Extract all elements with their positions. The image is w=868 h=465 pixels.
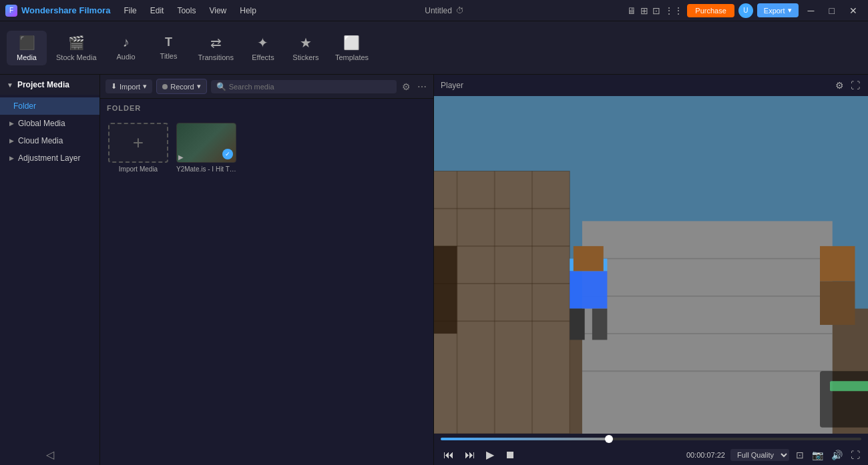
menu-view[interactable]: View [204,5,232,17]
forward-button[interactable]: ⏭ [462,448,478,462]
effects-icon: ✦ [257,35,268,51]
title-center: Untitled ⏱ [425,6,464,15]
folder-label: Folder [13,101,36,111]
media-grid: + Import Media ▶ ✓ Y2Mate.is - I Hit Thi… [100,117,433,178]
video-clip-item[interactable]: ▶ ✓ Y2Mate.is - I Hit This C... [176,123,236,173]
player-fullscreen-icon[interactable]: ⛶ [849,79,861,92]
search-box[interactable]: 🔍 [211,80,397,93]
global-media-arrow: ▶ [9,120,14,127]
media-icon: ⬛ [19,35,35,51]
time-display: 00:00:07:22 [686,451,725,459]
toolbar-templates[interactable]: ⬜ Templates [329,31,375,65]
export-button[interactable]: Export ▾ [757,3,799,17]
titles-icon: T [165,35,172,49]
pip-button[interactable]: ⊡ [795,448,805,462]
sidebar-item-adjustment-layer[interactable]: ▶ Adjustment Layer [0,149,99,167]
svg-rect-22 [592,309,607,340]
toolbar-audio[interactable]: ♪ Audio [106,31,146,65]
toolbar-effects[interactable]: ✦ Effects [243,31,283,65]
record-label: Record [170,83,194,91]
titlebar-left: F Wondershare Filmora File Edit Tools Vi… [5,5,262,17]
screenshot-button[interactable]: 📷 [811,448,825,462]
record-button[interactable]: Record ▾ [156,79,206,94]
svg-rect-14 [582,221,833,434]
rewind-button[interactable]: ⏮ [441,448,457,462]
search-input[interactable] [229,83,391,91]
export-label: Export [764,7,785,15]
media-toolbar: ⬇ Import ▾ Record ▾ 🔍 ⚙ ⋯ [100,75,433,99]
project-media-label: Project Media [17,80,69,89]
import-media-item[interactable]: + Import Media [108,123,168,173]
video-thumbnail-icon: ▶ [178,153,184,161]
app-logo: F Wondershare Filmora [5,5,110,17]
folder-header-label: FOLDER [107,104,141,112]
sidebar-item-global-media[interactable]: ▶ Global Media [0,115,99,132]
project-title: Untitled [425,6,452,15]
titles-label: Titles [160,52,178,60]
svg-rect-20 [570,271,607,308]
player-title: Player [441,81,463,90]
adjustment-layer-arrow: ▶ [9,155,14,161]
global-media-label: Global Media [18,119,65,128]
title-bar: F Wondershare Filmora File Edit Tools Vi… [0,0,868,21]
user-avatar[interactable]: U [738,3,753,18]
toolbar-stock-media[interactable]: 🎬 Stock Media [49,31,103,65]
menu-file[interactable]: File [118,5,142,17]
player-scrubber[interactable] [441,438,861,440]
toolbar-stickers[interactable]: ★ Stickers [286,31,326,65]
volume-button[interactable]: 🔊 [830,448,844,462]
close-button[interactable]: ✕ [844,4,863,17]
quality-select[interactable]: Full Quality 1/2 Quality 1/4 Quality [730,449,789,461]
menu-edit[interactable]: Edit [145,5,170,17]
menu-help[interactable]: Help [234,5,262,17]
grid-icon[interactable]: ⊞ [640,5,648,16]
share-icon[interactable]: ⊡ [652,5,660,16]
collapse-panel-button[interactable]: ◁ [0,444,99,465]
screenshot-icon[interactable]: 🖥 [627,5,636,16]
crop-button[interactable]: ⛶ [849,448,861,462]
more-options-button[interactable]: ⋯ [416,80,428,93]
cloud-media-label: Cloud Media [18,136,63,145]
minimize-button[interactable]: ─ [803,4,820,17]
project-expand-arrow: ▼ [7,81,13,89]
import-icon: ⬇ [111,82,117,91]
stop-button[interactable]: ⏹ [502,448,518,462]
svg-rect-13 [434,246,457,334]
cloud-media-arrow: ▶ [9,137,14,144]
player-panel: Player ⚙ ⛶ [434,75,868,465]
import-button[interactable]: ⬇ Import ▾ [105,79,152,93]
media-label: Media [17,53,37,61]
svg-rect-23 [574,246,604,271]
record-dot-icon [162,84,168,89]
unsaved-icon: ⏱ [456,6,464,15]
export-arrow: ▾ [788,6,792,15]
filter-button[interactable]: ⚙ [401,80,412,93]
stickers-label: Stickers [292,53,318,61]
scrubber-thumb [605,435,613,443]
toolbar-transitions[interactable]: ⇄ Transitions [192,31,240,65]
transitions-label: Transitions [198,53,234,61]
sidebar-item-cloud-media[interactable]: ▶ Cloud Media [0,132,99,149]
svg-rect-24 [820,246,855,281]
video-background [434,96,868,434]
video-frame [434,96,868,434]
toolbar-titles[interactable]: T Titles [149,31,189,64]
project-media-header[interactable]: ▼ Project Media [0,75,99,95]
player-header: Player ⚙ ⛶ [434,75,868,96]
templates-label: Templates [335,53,369,61]
menu-tools[interactable]: Tools [172,5,201,17]
purchase-button[interactable]: Purchase [687,4,734,17]
video-clip-label: Y2Mate.is - I Hit This C... [176,165,236,173]
svg-rect-27 [830,381,868,391]
app-name: Wondershare Filmora [21,5,110,15]
svg-rect-25 [820,281,855,325]
play-button[interactable]: ▶ [483,447,497,462]
video-clip-thumb: ▶ ✓ [176,123,236,163]
search-icon: 🔍 [216,82,226,91]
apps-icon[interactable]: ⋮⋮ [664,5,683,16]
import-media-label: Import Media [119,165,158,173]
player-settings-icon[interactable]: ⚙ [834,79,845,92]
maximize-button[interactable]: □ [824,4,840,17]
sidebar-item-folder[interactable]: Folder [0,97,99,115]
toolbar-media[interactable]: ⬛ Media [7,31,47,65]
